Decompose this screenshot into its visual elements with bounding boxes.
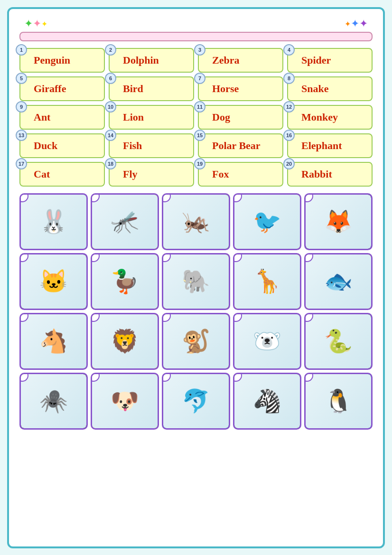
animal-emoji: 🦒 — [234, 254, 300, 309]
animal-emoji: 🐴 — [21, 314, 86, 368]
label-text-1: Penguin — [34, 54, 70, 66]
image-cell-r1-c2: 🦟 — [91, 193, 159, 250]
label-cell-14: 14 Fish — [109, 133, 194, 158]
animal-emoji: 🐻‍❄️ — [234, 314, 300, 368]
label-text-8: Snake — [301, 83, 328, 95]
image-cell-r3-c2: 🦁 — [91, 313, 159, 370]
label-cell-3: 3 Zebra — [198, 48, 283, 73]
image-cell-r3-c5: 🐍 — [304, 313, 373, 370]
label-cell-15: 15 Polar Bear — [198, 133, 283, 158]
star-1: ✦ — [24, 18, 33, 30]
label-text-18: Fly — [123, 168, 138, 180]
image-cell-r2-c1: 🐱 — [19, 253, 88, 310]
label-text-6: Bird — [123, 83, 143, 95]
label-number-1: 1 — [16, 44, 27, 56]
label-text-14: Fish — [123, 140, 142, 152]
label-number-2: 2 — [105, 44, 116, 56]
label-number-14: 14 — [105, 130, 116, 141]
star-4: ✦ — [345, 19, 351, 28]
label-cell-2: 2 Dolphin — [109, 48, 194, 73]
label-text-12: Monkey — [301, 111, 338, 123]
image-cell-r1-c4: 🐦 — [233, 193, 301, 250]
label-number-10: 10 — [105, 101, 116, 113]
label-cell-5: 5 Giraffe — [19, 76, 105, 101]
animal-emoji: 🐰 — [21, 195, 86, 249]
image-cell-r2-c4: 🦒 — [233, 253, 301, 310]
label-cell-17: 17 Cat — [19, 162, 105, 187]
image-cell-r3-c1: 🐴 — [19, 313, 88, 370]
animal-emoji: 🦟 — [92, 195, 158, 249]
label-number-20: 20 — [283, 158, 295, 169]
animal-emoji: 🦓 — [234, 374, 300, 428]
label-cell-13: 13 Duck — [19, 133, 105, 158]
label-text-19: Fox — [212, 168, 229, 180]
label-text-3: Zebra — [212, 54, 239, 66]
animal-emoji: 🐒 — [163, 314, 229, 368]
label-text-10: Lion — [123, 111, 144, 123]
image-cell-r1-c3: 🦗 — [162, 193, 230, 250]
animal-emoji: 🐘 — [163, 254, 229, 309]
label-number-13: 13 — [16, 130, 27, 141]
image-cell-r3-c4: 🐻‍❄️ — [233, 313, 301, 370]
label-cell-1: 1 Penguin — [19, 48, 105, 73]
label-number-18: 18 — [105, 158, 116, 169]
image-cell-r1-c5: 🦊 — [304, 193, 373, 250]
animal-emoji: 🐧 — [306, 374, 371, 428]
label-number-16: 16 — [283, 130, 295, 141]
label-text-11: Dog — [212, 111, 230, 123]
label-number-7: 7 — [194, 73, 205, 84]
animal-emoji: 🦊 — [306, 195, 371, 249]
image-cell-r2-c2: 🦆 — [91, 253, 159, 310]
label-number-12: 12 — [283, 101, 295, 113]
animal-emoji: 🐍 — [306, 314, 371, 368]
label-number-6: 6 — [105, 73, 116, 84]
animal-emoji: 🦆 — [92, 254, 158, 309]
label-number-9: 9 — [16, 101, 27, 113]
image-cell-r2-c5: 🐟 — [304, 253, 373, 310]
label-number-4: 4 — [283, 44, 295, 56]
star-3: ✦ — [41, 19, 47, 28]
animal-emoji: 🐦 — [234, 195, 300, 249]
label-number-19: 19 — [194, 158, 205, 169]
image-cell-r3-c3: 🐒 — [162, 313, 230, 370]
label-text-2: Dolphin — [123, 54, 159, 66]
label-text-13: Duck — [34, 140, 57, 152]
label-cell-8: 8 Snake — [287, 76, 373, 101]
animal-emoji: 🕷️ — [21, 374, 86, 428]
image-cell-r4-c5: 🐧 — [304, 373, 373, 430]
title-stars-row: ✦ ✦ ✦ ✦ ✦ ✦ — [19, 18, 373, 30]
animal-emoji: 🐱 — [21, 254, 86, 309]
star-5: ✦ — [351, 18, 359, 30]
label-text-4: Spider — [301, 54, 331, 66]
image-row-1: 🐰 🦟 🦗 🐦 🦊 — [19, 193, 373, 250]
label-text-5: Giraffe — [34, 83, 66, 95]
main-page: ✦ ✦ ✦ ✦ ✦ ✦ 1 Penguin 2 Dolphin 3 Zebra … — [7, 7, 385, 548]
label-number-5: 5 — [16, 73, 27, 84]
image-row-2: 🐱 🦆 🐘 🦒 🐟 — [19, 253, 373, 310]
label-text-16: Elephant — [301, 140, 342, 152]
star-6: ✦ — [359, 18, 368, 30]
image-cell-r2-c3: 🐘 — [162, 253, 230, 310]
animal-emoji: 🐬 — [163, 374, 229, 428]
label-number-8: 8 — [283, 73, 295, 84]
image-cell-r4-c3: 🐬 — [162, 373, 230, 430]
label-number-17: 17 — [16, 158, 27, 169]
image-row-4: 🕷️ 🐶 🐬 🦓 🐧 — [19, 373, 373, 430]
label-cell-4: 4 Spider — [287, 48, 373, 73]
image-cell-r4-c4: 🦓 — [233, 373, 301, 430]
label-number-3: 3 — [194, 44, 205, 56]
image-cell-r4-c1: 🕷️ — [19, 373, 88, 430]
star-2: ✦ — [33, 18, 41, 30]
label-text-9: Ant — [34, 111, 50, 123]
animal-emoji: 🦗 — [163, 195, 229, 249]
label-cell-11: 11 Dog — [198, 105, 283, 130]
label-number-15: 15 — [194, 130, 205, 141]
label-cell-6: 6 Bird — [109, 76, 194, 101]
animal-emoji: 🐶 — [92, 374, 158, 428]
image-cell-r1-c1: 🐰 — [19, 193, 88, 250]
label-text-20: Rabbit — [301, 168, 332, 180]
label-cell-10: 10 Lion — [109, 105, 194, 130]
animal-emoji: 🦁 — [92, 314, 158, 368]
label-cell-12: 12 Monkey — [287, 105, 373, 130]
label-cell-18: 18 Fly — [109, 162, 194, 187]
